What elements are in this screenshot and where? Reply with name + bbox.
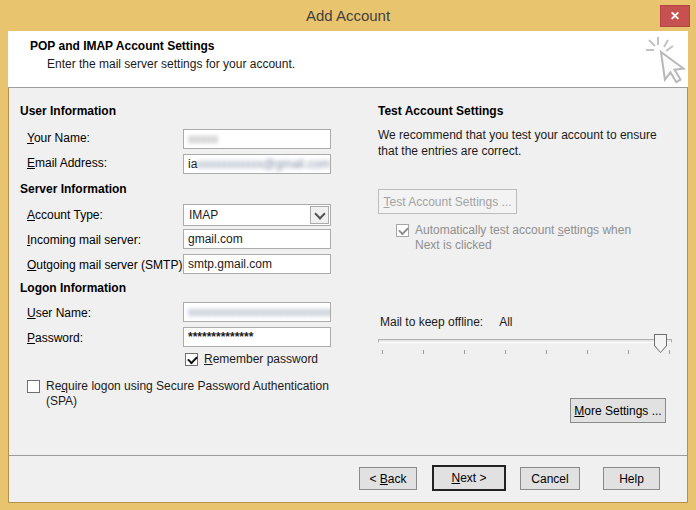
- test-account-settings-button[interactable]: Test Account Settings ...: [378, 189, 517, 214]
- section-server-information: Server Information: [20, 182, 127, 196]
- section-logon-information: Logon Information: [20, 281, 126, 295]
- auto-test-label: Automatically test account settings when…: [415, 223, 658, 253]
- slider-ticks: [382, 350, 670, 354]
- offline-mail-label: Mail to keep offline:: [380, 315, 483, 329]
- test-settings-description: We recommend that you test your account …: [378, 127, 676, 159]
- more-settings-button-label: More Settings ...: [574, 404, 661, 418]
- your-name-label: Your Name:: [27, 131, 90, 145]
- slider-tick: [423, 350, 424, 354]
- checkbox-checkmark-icon: [185, 353, 198, 366]
- help-button[interactable]: Help: [603, 467, 660, 490]
- page-subtitle: Enter the mail server settings for your …: [47, 57, 295, 71]
- user-name-input[interactable]: xxxxxxxxxxxxxxxxxxxxxxxxxx: [183, 302, 331, 322]
- outgoing-server-input[interactable]: smtp.gmail.com: [183, 254, 331, 274]
- incoming-server-label: Incoming mail server:: [27, 233, 141, 247]
- remember-password-label: Remember password: [204, 352, 318, 367]
- chevron-down-icon: [314, 208, 325, 219]
- close-button[interactable]: ✕: [660, 5, 690, 27]
- offline-mail-row: Mail to keep offline: All: [380, 315, 513, 329]
- spa-label: Require logon using Secure Password Auth…: [46, 379, 349, 409]
- spa-checkbox[interactable]: Require logon using Secure Password Auth…: [27, 379, 349, 409]
- next-button-label: Next >: [451, 471, 486, 485]
- page-title: POP and IMAP Account Settings: [30, 39, 214, 53]
- auto-test-checkbox[interactable]: Automatically test account settings when…: [396, 223, 658, 253]
- user-name-label: User Name:: [27, 306, 91, 320]
- outgoing-server-label: Outgoing mail server (SMTP):: [27, 258, 186, 272]
- close-icon: ✕: [670, 9, 680, 23]
- your-name-value: xxxxx: [188, 132, 218, 146]
- password-label: Password:: [27, 331, 83, 345]
- section-user-information: User Information: [20, 104, 116, 118]
- more-settings-button[interactable]: More Settings ...: [570, 398, 666, 423]
- section-test-account-settings: Test Account Settings: [378, 104, 503, 118]
- user-name-value: xxxxxxxxxxxxxxxxxxxxxxxxxx: [188, 305, 331, 319]
- account-type-dropdown-button[interactable]: [310, 206, 329, 224]
- email-address-label: Email Address:: [27, 156, 107, 170]
- cancel-button-label: Cancel: [531, 472, 568, 486]
- click-cursor-icon: [644, 35, 688, 92]
- slider-tick: [382, 350, 383, 354]
- cancel-button[interactable]: Cancel: [520, 467, 580, 490]
- slider-tick: [505, 350, 506, 354]
- back-button[interactable]: < Back: [359, 467, 417, 490]
- test-account-settings-button-label: Test Account Settings ...: [383, 195, 511, 209]
- email-address-input[interactable]: iaxxxxxxxxxxx@gmail.com: [183, 154, 331, 174]
- email-value-visible: ia: [188, 157, 197, 171]
- titlebar[interactable]: Add Account ✕: [0, 0, 696, 31]
- footer-divider: [9, 455, 687, 456]
- back-button-label: < Back: [369, 472, 406, 486]
- offline-slider-track[interactable]: [378, 339, 672, 343]
- your-name-input[interactable]: xxxxx: [183, 129, 331, 149]
- offline-mail-value: All: [499, 315, 512, 329]
- incoming-server-value: gmail.com: [188, 232, 243, 246]
- window-title: Add Account: [0, 7, 696, 24]
- password-value: **************: [188, 330, 253, 344]
- add-account-dialog: Add Account ✕ POP and IMAP Account Setti…: [0, 0, 696, 510]
- slider-tick: [628, 350, 629, 354]
- slider-tick: [546, 350, 547, 354]
- password-input[interactable]: **************: [183, 327, 331, 347]
- next-button[interactable]: Next >: [432, 465, 506, 491]
- incoming-server-input[interactable]: gmail.com: [183, 229, 331, 249]
- email-value-masked: xxxxxxxxxxx@gmail.com: [197, 157, 330, 171]
- slider-tick: [464, 350, 465, 354]
- outgoing-server-value: smtp.gmail.com: [188, 257, 272, 271]
- slider-tick: [669, 350, 670, 354]
- remember-password-checkbox[interactable]: Remember password: [185, 352, 318, 367]
- slider-tick: [587, 350, 588, 354]
- account-type-label: Account Type:: [27, 208, 103, 222]
- checkbox-icon: [27, 380, 40, 393]
- account-type-select[interactable]: IMAP: [183, 204, 331, 226]
- account-type-value: IMAP: [184, 208, 309, 222]
- help-button-label: Help: [619, 472, 644, 486]
- checkbox-checkmark-icon: [396, 224, 409, 237]
